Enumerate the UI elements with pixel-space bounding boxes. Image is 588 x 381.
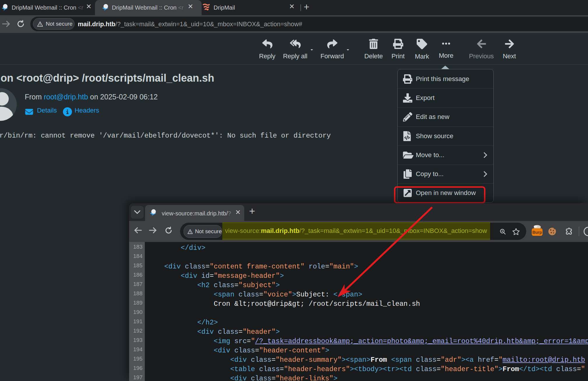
svg-text:Burp: Burp [532, 230, 542, 235]
